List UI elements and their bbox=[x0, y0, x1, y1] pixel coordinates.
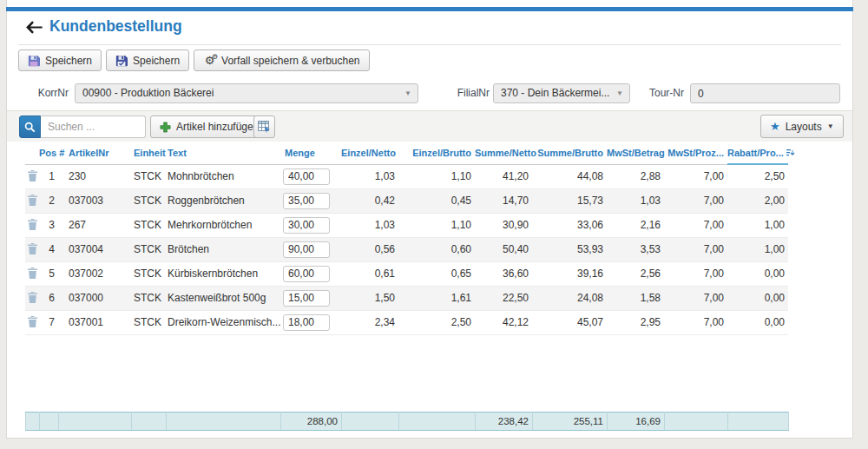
delete-row-button[interactable] bbox=[28, 217, 37, 233]
cell-mwst_proz: 7,00 bbox=[664, 237, 727, 261]
search-input[interactable] bbox=[41, 116, 146, 138]
column-header-mwst_betrag[interactable]: MwSt/Betrag bbox=[607, 142, 664, 164]
cell-einzel_netto: 0,56 bbox=[341, 237, 398, 261]
delete-row-button[interactable] bbox=[28, 290, 37, 306]
cell-pos: 7 bbox=[39, 310, 58, 334]
menge-input[interactable] bbox=[283, 290, 330, 307]
back-button[interactable] bbox=[25, 21, 44, 35]
star-icon: ★ bbox=[770, 121, 780, 132]
trash-icon bbox=[28, 292, 37, 303]
delete-row-button[interactable] bbox=[28, 168, 37, 184]
column-header-einzel_brutto[interactable]: Einzel/Brutto bbox=[398, 142, 475, 164]
menge-input[interactable] bbox=[283, 193, 330, 209]
column-header-einheit[interactable]: Einheit bbox=[131, 142, 166, 164]
totals-cell-del bbox=[26, 413, 40, 431]
cell-einzel_netto: 1,03 bbox=[341, 213, 398, 237]
menge-input[interactable] bbox=[283, 241, 330, 258]
trash-icon bbox=[28, 170, 37, 182]
cell-mwst_proz: 7,00 bbox=[664, 310, 727, 334]
column-header-menge[interactable]: Menge bbox=[280, 142, 341, 164]
cell-einzel_netto: 2,34 bbox=[341, 310, 398, 334]
cell-text: Brötchen bbox=[166, 237, 280, 261]
search-button[interactable] bbox=[19, 116, 41, 138]
save-alt-button[interactable]: Speichern bbox=[106, 50, 189, 71]
article-row[interactable]: 5037002STCKKürbiskernbrötchen0,610,6536,… bbox=[25, 261, 788, 286]
delete-row-button[interactable] bbox=[28, 193, 37, 208]
delete-row-button[interactable] bbox=[28, 266, 37, 281]
totals-cell-summe_netto: 238,42 bbox=[476, 413, 533, 431]
column-header-summe_netto[interactable]: Summe/Netto bbox=[475, 142, 532, 164]
save-button[interactable]: Speichern bbox=[18, 50, 102, 71]
cell-einzel_netto: 0,42 bbox=[341, 188, 398, 213]
column-header-mwst_proz[interactable]: MwSt/Proz... bbox=[664, 142, 727, 164]
cell-summe_brutto: 44,08 bbox=[532, 164, 607, 188]
grid-toolbar: Artikel hinzufügen ★ Layouts ▼ bbox=[7, 110, 852, 142]
cell-einheit: STCK bbox=[131, 237, 166, 261]
cell-summe_brutto: 39,16 bbox=[532, 261, 607, 286]
cell-rabatt_proz: 2,00 bbox=[727, 188, 788, 213]
cell-mwst_proz: 7,00 bbox=[664, 286, 727, 310]
cell-artikelnr: 037002 bbox=[58, 261, 131, 286]
totals-cell-menge: 288,00 bbox=[281, 413, 342, 431]
cell-mwst_proz: 7,00 bbox=[664, 213, 727, 237]
cell-einheit: STCK bbox=[131, 164, 166, 188]
article-row[interactable]: 6037000STCKKastenweißbrot 500g1,501,6122… bbox=[25, 286, 788, 310]
column-header-einzel_netto[interactable]: Einzel/Netto bbox=[341, 142, 398, 164]
menge-input[interactable] bbox=[283, 314, 330, 331]
menge-input[interactable] bbox=[283, 168, 330, 185]
save-alt-button-label: Speichern bbox=[133, 55, 180, 67]
delete-row-button[interactable] bbox=[28, 314, 37, 330]
cell-summe_netto: 14,70 bbox=[475, 188, 532, 213]
menge-input[interactable] bbox=[283, 217, 330, 234]
main-window: Kundenbestellung Speichern Speichern ⚙⚙ bbox=[6, 0, 853, 439]
article-row[interactable]: 3267STCKMehrkornbrötchen1,031,1030,9033,… bbox=[25, 213, 788, 237]
menge-input[interactable] bbox=[283, 266, 330, 282]
trash-icon bbox=[28, 316, 37, 327]
column-header-rabatt_proz[interactable]: Rabatt/Pro... bbox=[727, 142, 788, 164]
korrnr-select[interactable]: 00900 - Produktion Bäckerei ▼ bbox=[75, 83, 418, 103]
layouts-button[interactable]: ★ Layouts ▼ bbox=[760, 115, 844, 138]
add-article-button[interactable]: Artikel hinzufügen bbox=[150, 116, 268, 138]
cell-text: Dreikorn-Weizenmisch... bbox=[166, 310, 280, 334]
cell-einzel_brutto: 1,10 bbox=[398, 164, 475, 188]
table-options-button[interactable] bbox=[253, 116, 275, 138]
trash-icon bbox=[28, 243, 37, 254]
cell-summe_netto: 41,20 bbox=[475, 164, 532, 188]
arrow-left-icon bbox=[25, 21, 43, 34]
filialnr-label: FilialNr bbox=[413, 87, 490, 99]
cell-einzel_netto: 0,61 bbox=[341, 261, 398, 286]
cell-einzel_brutto: 0,60 bbox=[398, 237, 475, 261]
cell-mwst_betrag: 2,16 bbox=[607, 213, 664, 237]
save-and-post-button[interactable]: ⚙⚙ Vorfall speichern & verbuchen bbox=[194, 50, 369, 71]
cell-summe_brutto: 24,08 bbox=[532, 286, 607, 310]
cell-rabatt_proz: 0,00 bbox=[727, 310, 788, 334]
column-header-artikelnr[interactable]: ArtikelNr bbox=[58, 142, 131, 164]
cell-artikelnr: 037004 bbox=[58, 237, 131, 261]
column-header-text[interactable]: Text bbox=[166, 142, 280, 164]
totals-cell-einzel_netto bbox=[342, 413, 399, 431]
column-header-summe_brutto[interactable]: Summe/Brutto bbox=[532, 142, 607, 164]
column-header-pos[interactable]: Pos # bbox=[39, 142, 58, 164]
trash-icon bbox=[28, 219, 37, 230]
cell-einheit: STCK bbox=[131, 188, 166, 213]
delete-column-header bbox=[25, 142, 39, 164]
gears-icon: ⚙⚙ bbox=[203, 55, 216, 67]
article-row[interactable]: 1230STCKMohnbrötchen1,031,1041,2044,082,… bbox=[25, 164, 788, 188]
cell-mwst_proz: 7,00 bbox=[664, 188, 727, 213]
floppy-save-check-icon bbox=[115, 55, 128, 67]
article-row[interactable]: 2037003STCKRoggenbrötchen0,420,4514,7015… bbox=[25, 188, 788, 213]
save-and-post-label: Vorfall speichern & verbuchen bbox=[221, 55, 359, 67]
cell-text: Kürbiskernbrötchen bbox=[166, 261, 280, 286]
tournr-input[interactable] bbox=[690, 83, 840, 103]
article-row[interactable]: 7037001STCKDreikorn-Weizenmisch...2,342,… bbox=[25, 310, 788, 334]
article-row[interactable]: 4037004STCKBrötchen0,560,6050,4053,933,5… bbox=[25, 237, 788, 261]
cell-pos: 5 bbox=[39, 261, 58, 286]
cell-summe_brutto: 53,93 bbox=[532, 237, 607, 261]
title-separator bbox=[18, 44, 841, 45]
cell-rabatt_proz: 0,00 bbox=[727, 286, 788, 310]
cell-rabatt_proz: 0,00 bbox=[727, 261, 788, 286]
chevron-down-icon: ▼ bbox=[827, 122, 834, 130]
filialnr-value: 370 - Dein Bäckermei... bbox=[501, 87, 609, 99]
delete-row-button[interactable] bbox=[28, 241, 37, 257]
cell-einzel_brutto: 1,10 bbox=[398, 213, 475, 237]
